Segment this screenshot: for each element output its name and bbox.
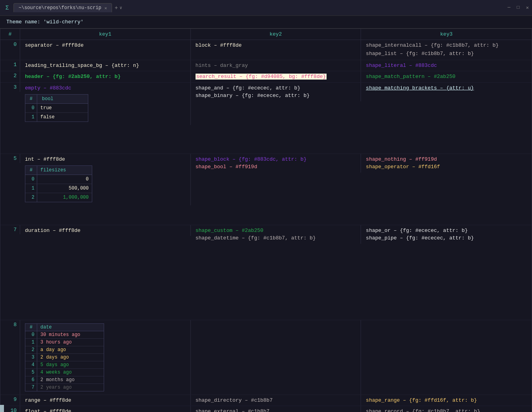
nested-num-0: 0: [25, 175, 37, 184]
nested-date-2: a day ago: [37, 346, 104, 353]
close-button[interactable]: ✕: [526, 5, 529, 11]
nested-date-1: 3 hours ago: [37, 339, 104, 346]
nested-num-3: 3: [25, 354, 37, 361]
row-3-key1-text: empty – #883cdc: [25, 85, 71, 91]
table-row: 3 empty – #883cdc # bool 0 true 1 false: [0, 83, 532, 154]
row-num-1: 1: [0, 60, 20, 71]
col-header-key2: key2: [191, 29, 361, 40]
row-7-key2: shape_custom – #2ab250 shape_datetime – …: [191, 225, 361, 244]
table-row: 2 header – {fg: #2ab250, attr: b} search…: [0, 71, 532, 83]
window-controls: ─ □ ✕: [507, 5, 529, 11]
nested-row: 5 4 weeks ago: [25, 369, 104, 376]
nested-date-3: 2 days ago: [37, 354, 104, 361]
nested-filesizes-table: # filesizes 0 0 1 500,000 2 1,000,000: [25, 165, 92, 202]
minimize-button[interactable]: ─: [507, 5, 510, 11]
row-2-key1: header – {fg: #2ab250, attr: b}: [20, 71, 191, 82]
nested-outer-cell-1: # date 0 30 minutes ago 1 3 hours ago 2 …: [20, 320, 191, 395]
row-9-key3-range: shape_range – {fg: #ffd16f, attr: b}: [366, 397, 477, 403]
col-header-num: #: [0, 29, 20, 40]
nested-date-table: # date 0 30 minutes ago 1 3 hours ago 2 …: [25, 323, 104, 391]
row-5-key2-block: shape_block – {fg: #883cdc, attr: b}: [196, 156, 307, 162]
row-1-key2-text: hints – dark_gray: [196, 63, 248, 68]
row-7-key1-duration: duration – #fff8de: [25, 228, 80, 234]
row-7-key3-or: shape_or – {fg: #ececec, attr: b}: [366, 228, 467, 234]
nested-val-0: 0: [37, 175, 92, 184]
table-header: # key1 key2 key3: [0, 29, 532, 40]
nested-num-1: 1: [25, 339, 37, 346]
table-row: 5 int – #fff8de # filesizes 0 0 1 500,00…: [0, 154, 532, 225]
row-num-7: 7: [0, 225, 20, 234]
row-5-key2-bool: shape_bool – #ff919d: [196, 164, 257, 170]
nested-outer-cell-2: [191, 320, 361, 395]
row-9-key2-dir: shape_directory – #c1b8b7: [196, 397, 273, 403]
nested-col-filesizes: filesizes: [37, 166, 92, 175]
theme-name-bar: Theme name: 'wild-cherry': [0, 16, 532, 28]
row-0-key1-text: separator – #fff8de: [25, 42, 84, 48]
titlebar: Σ ~\source\repos\forks\nu-scrip ✕ + ∨ ─ …: [0, 0, 532, 16]
row-7-key2-custom: shape_custom – #2ab250: [196, 228, 264, 234]
row-3-key3-text: shape_matching_brackets – {attr: u}: [366, 85, 474, 91]
nested-num-2: 2: [25, 193, 37, 202]
col-header-key3: key3: [361, 29, 532, 40]
nested-date-5: 4 weeks ago: [37, 369, 104, 376]
row-7-key3: shape_or – {fg: #ececec, attr: b} shape_…: [361, 225, 532, 244]
row-0-key2: block – #fff8de: [191, 40, 361, 60]
nested-row: 6 2 months ago: [25, 376, 104, 384]
row-5-key3-nothing: shape_nothing – #ff919d: [366, 156, 437, 162]
nested-date-7: 2 years ago: [37, 384, 104, 391]
maximize-button[interactable]: □: [517, 5, 520, 11]
new-tab-button[interactable]: +: [114, 5, 118, 11]
row-num-0: 0: [0, 40, 20, 60]
row-2-key2-search: search_result – {fg: #d94085, bg: #fff8d…: [196, 74, 327, 80]
nested-num-0: 0: [25, 104, 37, 112]
row-5-key1: int – #fff8de # filesizes 0 0 1 500,000 …: [20, 154, 191, 206]
nested-row: 3 2 days ago: [25, 354, 104, 361]
row-3-key1: empty – #883cdc # bool 0 true 1 false: [20, 83, 191, 125]
table-row: 0 separator – #fff8de block – #fff8de sh…: [0, 40, 532, 60]
nested-date-4: 5 days ago: [37, 361, 104, 368]
nested-num-5: 5: [25, 369, 37, 376]
row-0-key3: shape_internalcall – {fg: #c1b8b7, attr:…: [361, 40, 532, 60]
row-5-key3: shape_nothing – #ff919d shape_operator –…: [361, 154, 532, 173]
row-10-key1-float: float – #fff8de: [25, 408, 71, 412]
row-3-key3: shape_matching_brackets – {attr: u}: [361, 83, 532, 94]
nested-num-0: 0: [25, 331, 37, 338]
row-0-key2-text: block – #fff8de: [196, 42, 242, 48]
row-9-key1: range – #fff8de: [20, 395, 191, 406]
row-num-5: 5: [0, 154, 20, 163]
nested-num-1: 1: [25, 184, 37, 193]
active-tab[interactable]: ~\source\repos\forks\nu-scrip ✕: [13, 3, 112, 12]
row-num-9: 9: [0, 395, 20, 406]
nested-row: 7 2 years ago: [25, 384, 104, 391]
row-9-key3: shape_range – {fg: #ffd16f, attr: b}: [361, 395, 532, 406]
row-0-key3-text2: shape_list – {fg: #c1b8b7, attr: b}: [366, 51, 474, 57]
nested-row: 1 3 hours ago: [25, 339, 104, 346]
nested-row: 2 1,000,000: [25, 193, 92, 202]
row-num-3: 3: [0, 83, 20, 92]
nested-num-1: 1: [25, 113, 37, 122]
nested-bool-table: # bool 0 true 1 false: [25, 94, 88, 122]
row-3-key2-binary: shape_binary – {fg: #ececec, attr: b}: [196, 93, 310, 99]
nested-val-true: true: [37, 104, 88, 112]
row-7-key2-datetime: shape_datetime – {fg: #c1b8b7, attr: b}: [196, 235, 316, 241]
row-1-key1: leading_trailing_space_bg – {attr: n}: [20, 60, 191, 71]
tab-close-button[interactable]: ✕: [104, 6, 107, 11]
row-2-key3: shape_match_pattern – #2ab250: [361, 71, 532, 82]
nested-date-0: 30 minutes ago: [37, 331, 104, 338]
table-row: 1 leading_trailing_space_bg – {attr: n} …: [0, 60, 532, 72]
table-row: 10 float – #fff8de shape_external – #c1b…: [0, 406, 532, 412]
row-2-key2: search_result – {fg: #d94085, bg: #fff8d…: [191, 71, 361, 82]
nested-col-num: #: [25, 324, 37, 331]
row-2-key1-text: header – {fg: #2ab250, attr: b}: [25, 74, 121, 80]
row-9-key1-range: range – #fff8de: [25, 397, 71, 403]
tabs-dropdown-button[interactable]: ∨: [120, 5, 122, 10]
row-3-key2: shape_and – {fg: #ececec, attr: b} shape…: [191, 83, 361, 101]
row-0-key1: separator – #fff8de: [20, 40, 191, 60]
terminal-icon: Σ: [3, 4, 11, 12]
row-10-key3-record: shape_record – {fg: #c1b8b7, attr: b}: [366, 408, 480, 412]
tab-label: ~\source\repos\forks\nu-scrip: [19, 5, 101, 11]
nested-row: 0 true: [25, 104, 88, 113]
nested-row: 0 0: [25, 175, 92, 184]
nested-row: 1 false: [25, 113, 88, 122]
row-10-key2-ext: shape_external – #c1b8b7: [196, 408, 270, 412]
